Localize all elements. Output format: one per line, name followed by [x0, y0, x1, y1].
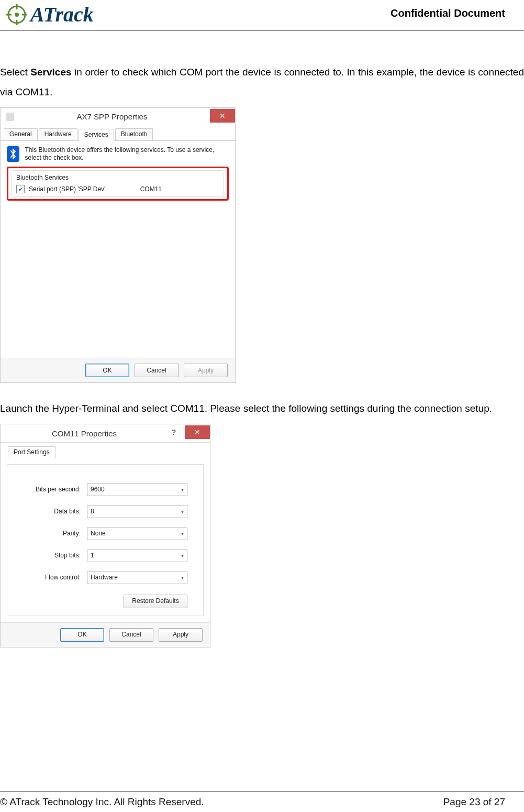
service-row: ✔ Serial port (SPP) 'SPP Dev' COM11 — [16, 185, 219, 193]
flow-control-combo[interactable]: Hardware ▾ — [87, 572, 187, 584]
group-title: Bluetooth Services — [16, 174, 219, 182]
chevron-down-icon: ▾ — [181, 574, 184, 581]
page-footer: © ATrack Technology Inc. All Rights Rese… — [0, 791, 524, 812]
close-icon: ✕ — [194, 427, 200, 437]
dialog-tabs: General Hardware Services Bluetooth — [1, 128, 235, 141]
dialog2-title: COM11 Properties — [6, 429, 163, 439]
data-bits-value: 8 — [91, 508, 94, 516]
data-bits-label: Data bits: — [23, 508, 81, 516]
tab-general[interactable]: General — [4, 128, 38, 140]
bits-per-second-label: Bits per second: — [23, 486, 81, 494]
com11-properties-dialog: COM11 Properties ? ✕ Port Settings Bits … — [0, 424, 210, 648]
port-settings-fields: Bits per second: 9600 ▾ Data bits: 8 ▾ P… — [7, 464, 204, 616]
stop-bits-value: 1 — [91, 552, 94, 560]
tab-bluetooth[interactable]: Bluetooth — [115, 128, 153, 140]
bluetooth-icon — [7, 146, 19, 162]
cancel-button-2[interactable]: Cancel — [109, 628, 153, 642]
data-bits-combo[interactable]: 8 ▾ — [87, 506, 187, 518]
stop-bits-combo[interactable]: 1 ▾ — [87, 550, 187, 562]
tab-services[interactable]: Services — [79, 129, 114, 141]
page-header: ATrack Confidential Document — [0, 0, 524, 31]
apply-button[interactable]: Apply — [184, 364, 228, 377]
ax7-properties-dialog: AX7 SPP Properties ✕ General Hardware Se… — [0, 107, 236, 383]
dialog2-button-bar: OK Cancel Apply — [1, 622, 210, 647]
parity-label: Parity: — [23, 530, 81, 538]
bits-per-second-combo[interactable]: 9600 ▾ — [87, 484, 187, 496]
tab-hardware[interactable]: Hardware — [39, 128, 77, 140]
bits-per-second-value: 9600 — [91, 486, 105, 494]
dialog-intro-text: This Bluetooth device offers the followi… — [25, 146, 229, 162]
paragraph-1: Select Services in order to check which … — [0, 62, 524, 102]
crosshair-icon — [6, 4, 27, 25]
ok-button-2[interactable]: OK — [60, 628, 104, 642]
ok-button[interactable]: OK — [85, 364, 129, 377]
tab-port-settings[interactable]: Port Settings — [8, 446, 55, 458]
page-body: Select Services in order to check which … — [0, 31, 524, 791]
cancel-button[interactable]: Cancel — [135, 364, 179, 377]
copyright-text: © ATrack Technology Inc. All Rights Rese… — [0, 796, 204, 808]
page-number: Page 23 of 27 — [443, 796, 505, 808]
parity-value: None — [91, 530, 106, 538]
restore-defaults-button[interactable]: Restore Defaults — [124, 595, 187, 608]
help-button[interactable]: ? — [163, 425, 185, 439]
dialog-title: AX7 SPP Properties — [14, 112, 210, 122]
help-icon: ? — [172, 427, 176, 437]
chevron-down-icon: ▾ — [181, 530, 184, 537]
dialog2-tabs: Port Settings — [5, 446, 210, 458]
paragraph-2: Launch the Hyper-Terminal and select COM… — [0, 399, 524, 419]
brand-text: ATrack — [30, 2, 94, 27]
close-button-2[interactable]: ✕ — [185, 425, 210, 439]
dialog-button-bar: OK Cancel Apply — [1, 358, 235, 382]
service-name: Serial port (SPP) 'SPP Dev' — [29, 185, 105, 194]
dialog-sysicon — [6, 113, 14, 121]
bluetooth-services-group-highlight: Bluetooth Services ✔ Serial port (SPP) '… — [7, 167, 229, 201]
svg-point-1 — [15, 13, 19, 17]
brand-logo: ATrack — [6, 2, 94, 27]
chevron-down-icon: ▾ — [181, 508, 184, 515]
chevron-down-icon: ▾ — [181, 486, 184, 493]
confidential-label: Confidential Document — [391, 7, 505, 19]
parity-combo[interactable]: None ▾ — [87, 528, 187, 540]
apply-button-2[interactable]: Apply — [159, 628, 203, 642]
stop-bits-label: Stop bits: — [23, 552, 81, 560]
dialog2-titlebar: COM11 Properties ? ✕ — [1, 424, 210, 443]
service-com-port: COM11 — [140, 185, 219, 194]
close-icon: ✕ — [219, 111, 226, 120]
flow-control-label: Flow control: — [23, 574, 81, 582]
service-checkbox[interactable]: ✔ — [16, 185, 25, 193]
flow-control-value: Hardware — [91, 574, 118, 582]
dialog-titlebar: AX7 SPP Properties ✕ — [1, 108, 235, 126]
chevron-down-icon: ▾ — [181, 552, 184, 559]
close-button[interactable]: ✕ — [210, 109, 235, 123]
